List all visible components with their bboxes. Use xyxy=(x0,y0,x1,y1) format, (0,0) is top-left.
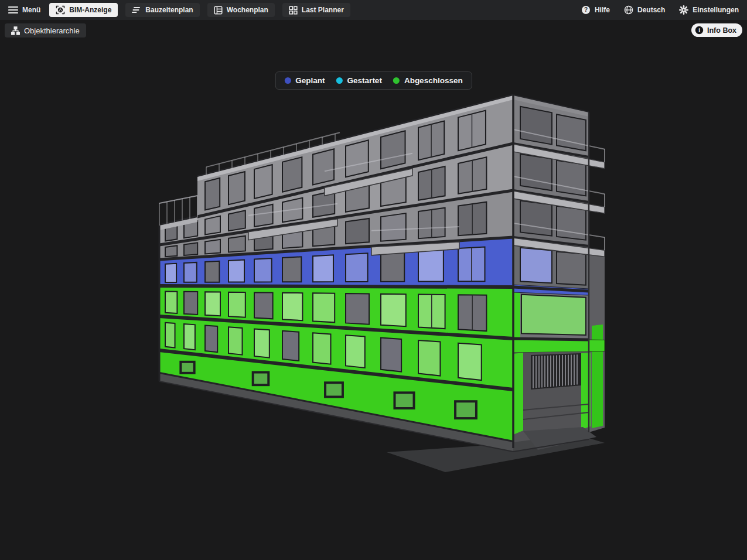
legend-label-gestartet: Gestartet xyxy=(347,76,382,85)
status-legend: Geplant Gestartet Abgeschlossen xyxy=(275,71,472,90)
toolbar-right-group: ? Hilfe Deutsch xyxy=(580,3,740,17)
svg-text:i: i xyxy=(698,27,700,33)
svg-text:?: ? xyxy=(584,6,588,13)
help-label: Hilfe xyxy=(595,6,610,14)
tab-last-planner[interactable]: Last Planner xyxy=(282,3,350,17)
top-toolbar: Menü BIM-Anzeige Bauzeitenplan xyxy=(0,0,747,20)
globe-icon xyxy=(624,5,633,15)
toolbar-left-group: Menü BIM-Anzeige Bauzeitenplan xyxy=(7,3,350,17)
sitemap-tree-icon xyxy=(11,26,20,35)
info-box-label: Info Box xyxy=(707,26,736,35)
tab-label: Last Planner xyxy=(302,6,344,14)
tab-label: Bauzeitenplan xyxy=(145,6,193,14)
tab-bauzeitenplan[interactable]: Bauzeitenplan xyxy=(125,3,199,17)
info-circle-icon: i xyxy=(695,26,704,35)
tab-wochenplan[interactable]: Wochenplan xyxy=(207,3,275,17)
tab-label: BIM-Anzeige xyxy=(69,6,111,14)
language-button[interactable]: Deutsch xyxy=(623,3,666,17)
gear-icon xyxy=(679,5,688,15)
legend-item-gestartet[interactable]: Gestartet xyxy=(336,76,382,85)
legend-dot-abgeschlossen xyxy=(393,77,400,84)
help-button[interactable]: ? Hilfe xyxy=(580,3,611,17)
grid-squares-icon xyxy=(289,6,298,15)
object-hierarchy-label: Objekthierarchie xyxy=(24,26,80,35)
settings-button[interactable]: Einstellungen xyxy=(678,3,740,17)
bim-3d-scan-icon xyxy=(56,5,65,15)
legend-item-abgeschlossen[interactable]: Abgeschlossen xyxy=(393,76,463,85)
object-hierarchy-button[interactable]: Objekthierarchie xyxy=(5,23,86,37)
tab-bim-anzeige[interactable]: BIM-Anzeige xyxy=(49,3,118,17)
settings-label: Einstellungen xyxy=(693,6,739,14)
legend-label-geplant: Geplant xyxy=(295,76,325,85)
legend-dot-geplant xyxy=(284,77,291,84)
hamburger-menu-icon xyxy=(8,6,18,14)
menu-label: Menü xyxy=(22,6,40,14)
language-label: Deutsch xyxy=(637,6,665,14)
gantt-lines-icon xyxy=(132,6,141,14)
tab-label: Wochenplan xyxy=(227,6,268,14)
help-question-icon: ? xyxy=(581,5,591,15)
legend-item-geplant[interactable]: Geplant xyxy=(284,76,325,85)
legend-dot-gestartet xyxy=(336,77,343,84)
info-box-button[interactable]: i Info Box xyxy=(691,23,742,37)
legend-label-abgeschlossen: Abgeschlossen xyxy=(404,76,463,85)
menu-button[interactable]: Menü xyxy=(7,3,42,17)
table-list-icon xyxy=(214,6,223,15)
